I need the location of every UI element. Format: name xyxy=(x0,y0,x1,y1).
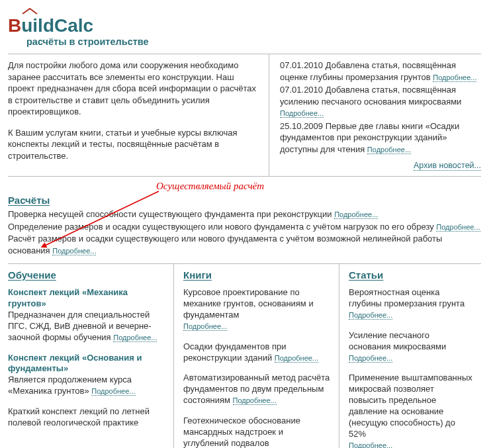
education-entry: Конспект лекций «Механика грунтов» Предн… xyxy=(8,287,165,343)
news-item: 07.01.2010 Добавлена статья, посвящённая… xyxy=(280,84,481,119)
news-item: 25.10.2009 Первые две главы книги «Осадк… xyxy=(280,120,481,156)
more-link[interactable]: Подробнее... xyxy=(433,73,476,82)
education-entry: Конспект лекций «Основания и фундаменты»… xyxy=(8,353,165,398)
annotation-overlay: Осуществляемый расчёт xyxy=(8,176,481,195)
logo: BuildCalc расчёты в строительстве xyxy=(8,7,481,47)
entry-title[interactable]: Конспект лекций «Механика грунтов» xyxy=(8,287,165,310)
book-entry: Автоматизированный метод расчёта фундаме… xyxy=(183,373,331,406)
intro-block: Для постройки любого дома или сооружения… xyxy=(8,54,269,176)
more-link[interactable]: Подробнее... xyxy=(349,354,392,363)
logo-subtitle: расчёты в строительстве xyxy=(26,36,481,47)
book-entry: Курсовое проектирование по механике грун… xyxy=(183,287,331,332)
article-entry: Усиление песчаного основания микросваями… xyxy=(349,330,473,364)
books-heading[interactable]: Книги xyxy=(183,269,212,281)
education-entry: Краткий конспект лекций по летней полево… xyxy=(8,406,165,429)
book-entry: Геотехническое обоснование мансардных на… xyxy=(183,416,331,448)
annotation-label: Осуществляемый расчёт xyxy=(156,181,264,192)
news-item: 07.01.2010 Добавлена статья, посвящённая… xyxy=(280,60,481,83)
calc-line: Определение размеров и осадки существующ… xyxy=(8,221,481,233)
articles-heading[interactable]: Статьи xyxy=(349,269,383,281)
calc-section: Расчёты Проверка несущей способности сущ… xyxy=(8,195,481,257)
education-heading[interactable]: Обучение xyxy=(8,269,56,281)
education-column: Обучение Конспект лекций «Механика грунт… xyxy=(8,264,173,448)
more-link[interactable]: Подробнее... xyxy=(183,322,227,331)
intro-p1: Для постройки любого дома или сооружения… xyxy=(8,60,258,118)
calc-heading[interactable]: Расчёты xyxy=(8,195,50,206)
more-link[interactable]: Подробнее... xyxy=(275,354,318,363)
calc-line: Расчёт размеров и осадки существующего и… xyxy=(8,233,481,257)
more-link[interactable]: Подробнее... xyxy=(233,396,277,405)
book-entry: Осадки фундаментов при реконструкции зда… xyxy=(183,341,331,364)
more-link[interactable]: Подробнее... xyxy=(436,223,480,232)
intro-p2: К Вашим услугам книги, статьи и учебные … xyxy=(8,127,258,162)
more-link[interactable]: Подробнее... xyxy=(349,311,392,320)
article-entry: Вероятностная оценка глубины промерзания… xyxy=(349,287,473,321)
article-entry: Применение выштампованных микросвай позв… xyxy=(349,373,473,448)
more-link[interactable]: Подробнее... xyxy=(334,210,378,219)
more-link[interactable]: Подробнее... xyxy=(52,247,96,255)
logo-text: BuildCalc xyxy=(8,17,481,35)
books-column: Книги Курсовое проектирование по механик… xyxy=(173,264,339,448)
more-link[interactable]: Подробнее... xyxy=(349,441,392,448)
more-link[interactable]: Подробнее... xyxy=(367,146,411,154)
entry-title[interactable]: Конспект лекций «Основания и фундаменты» xyxy=(8,353,165,375)
news-block: 07.01.2010 Добавлена статья, посвящённая… xyxy=(269,54,481,176)
calc-line: Проверка несущей способности существующе… xyxy=(8,208,481,220)
news-archive-link[interactable]: Архив новостей... xyxy=(414,161,481,171)
more-link[interactable]: Подробнее... xyxy=(91,387,135,396)
more-link[interactable]: Подробнее... xyxy=(280,109,324,118)
roof-icon xyxy=(21,8,38,15)
articles-column: Статьи Вероятностная оценка глубины пром… xyxy=(339,264,481,448)
more-link[interactable]: Подробнее... xyxy=(113,334,157,342)
